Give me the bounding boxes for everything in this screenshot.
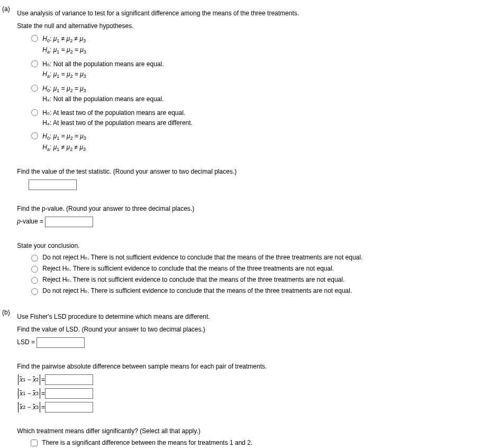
part-b-label: (b) [0,309,15,316]
hyp-radio-5[interactable] [31,132,38,139]
part-a-intro: Use analysis of variance to test for a s… [17,8,483,18]
lsd-label: LSD = [17,339,35,346]
eq-3: = [41,404,45,411]
pvalue-input[interactable] [45,217,93,227]
conclusion-radio-3[interactable] [31,277,38,284]
conclusion-radio-2[interactable] [31,266,38,273]
hyp-radio-1[interactable] [31,35,38,42]
conclusion-option-4: Do not reject H₀. There is sufficient ev… [29,287,483,295]
conclusion-text-1: Do not reject H₀. There is not sufficien… [42,254,362,261]
conclusion-text-3: Reject H₀. There is not sufficient evide… [42,276,344,283]
part-a: (a) Use analysis of variance to test for… [0,5,500,298]
pair-input-12[interactable] [45,374,93,385]
abs-x1-x2: x1 − x2 [17,374,41,385]
hyp-radio-4[interactable] [31,109,38,116]
pair-input-23[interactable] [45,402,93,413]
hyp-content-4: H₀: At least two of the population means… [42,108,193,128]
conclusion-text-4: Do not reject H₀. There is sufficient ev… [42,287,352,294]
hyp-radio-2[interactable] [31,60,38,67]
pair-row-13: x1 − x3 = [17,388,483,399]
hyp1-ha: Ha: μ1 = μ2 = μ3 [42,45,86,56]
pair-input-13[interactable] [45,388,93,399]
hyp2-ha: Ha: μ1 = μ2 = μ3 [42,69,163,80]
hyp1-h0: H0: μ1 ≠ μ2 ≠ μ3 [42,34,86,45]
conclusion-option-1: Do not reject H₀. There is not sufficien… [29,254,483,262]
conclusion-radio-1[interactable] [31,255,38,262]
pair-row-23: x2 − x3 = [17,402,483,413]
conclusion-option-3: Reject H₀. There is not sufficient evide… [29,276,483,284]
hyp4-ha: Hₐ: At least two of the population means… [42,118,193,128]
hyp3-ha: Hₐ: Not all the population means are equ… [42,94,163,104]
part-a-body: Use analysis of variance to test for a s… [17,5,483,298]
hyp-option-1: H0: μ1 ≠ μ2 ≠ μ3 Ha: μ1 = μ2 = μ3 [29,34,483,56]
hyp-option-2: H₀: Not all the population means are equ… [29,59,483,80]
hyp5-ha: Ha: μ1 ≠ μ2 ≠ μ3 [42,142,86,154]
part-b: (b) Use Fisher's LSD procedure to determ… [0,309,500,448]
teststat-prompt: Find the value of the test statistic. (R… [17,167,483,176]
which-prompt: Which treatment means differ significant… [17,426,483,436]
hyp2-h0: H₀: Not all the population means are equ… [42,59,163,69]
hyp-option-3: H0: μ1 = μ2 = μ3 Hₐ: Not all the populat… [29,84,483,105]
teststat-input[interactable] [29,180,77,190]
abs-x1-x3: x1 − x3 [17,388,41,399]
hypotheses-prompt: State the null and alternative hypothese… [17,21,483,31]
hyp-option-4: H₀: At least two of the population means… [29,108,483,128]
pvalue-label-rest: -value = [21,218,45,226]
eq-2: = [41,390,45,397]
pair-row-12: x1 − x2 = [17,374,483,385]
pvalue-row: p-value = [17,217,483,227]
lsd-input[interactable] [37,337,85,348]
conclusion-text-2: Reject H₀. There is sufficient evidence … [42,265,334,272]
check-text-1: There is a significant difference betwee… [42,439,252,446]
pvalue-prompt: Find the p-value. (Round your answer to … [17,204,483,213]
hyp-option-5: H0: μ1 = μ2 = μ3 Ha: μ1 ≠ μ2 ≠ μ3 [29,131,483,154]
lsd-row: LSD = [17,337,483,348]
eq-1: = [41,376,45,383]
abs-x2-x3: x2 − x3 [17,402,41,413]
hyp-content-5: H0: μ1 = μ2 = μ3 Ha: μ1 ≠ μ2 ≠ μ3 [42,131,86,154]
hyp5-h0: H0: μ1 = μ2 = μ3 [42,131,86,142]
part-a-label: (a) [0,5,15,13]
hyp-content-1: H0: μ1 ≠ μ2 ≠ μ3 Ha: μ1 = μ2 = μ3 [42,34,86,56]
part-b-body: Use Fisher's LSD procedure to determine … [17,309,483,448]
check-1[interactable] [31,440,38,446]
teststat-row [29,180,483,190]
part-b-intro: Use Fisher's LSD procedure to determine … [17,312,483,321]
hyp-radio-3[interactable] [31,85,38,92]
check-row-1: There is a significant difference betwee… [29,439,483,448]
hyp-content-3: H0: μ1 = μ2 = μ3 Hₐ: Not all the populat… [42,84,163,105]
lsd-prompt: Find the value of LSD. (Round your answe… [17,325,483,334]
conclusion-option-2: Reject H₀. There is sufficient evidence … [29,265,483,273]
hyp-content-2: H₀: Not all the population means are equ… [42,59,163,80]
conclusion-prompt: State your conclusion. [17,241,483,250]
conclusion-radio-4[interactable] [31,288,38,295]
pairwise-prompt: Find the pairwise absolute difference be… [17,362,483,371]
hyp3-h0: H0: μ1 = μ2 = μ3 [42,84,163,95]
hyp4-h0: H₀: At least two of the population means… [42,108,193,118]
